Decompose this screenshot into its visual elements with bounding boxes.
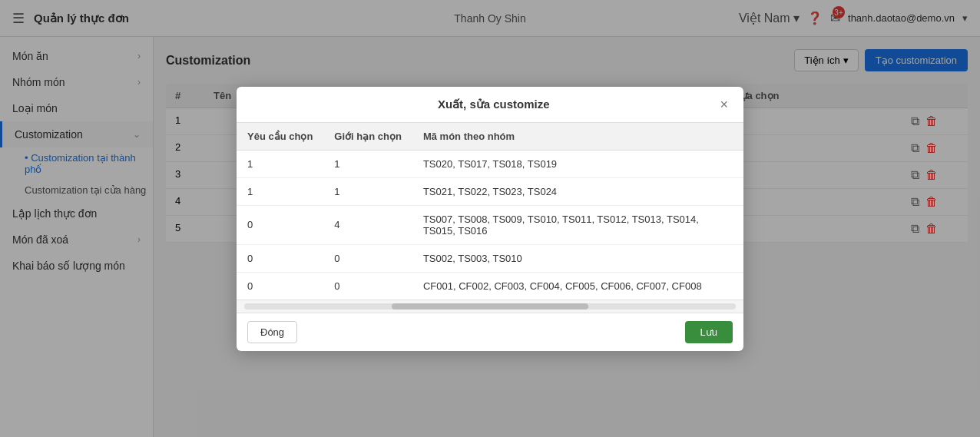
cell-ma-mon: TS002, TS003, TS010 bbox=[412, 244, 743, 272]
modal-table-row: 0 0 TS002, TS003, TS010 bbox=[237, 244, 743, 272]
cell-gioi-han: 0 bbox=[323, 272, 412, 300]
cell-yeu-cau: 0 bbox=[237, 272, 323, 300]
col-ma-mon: Mã món theo nhóm bbox=[412, 123, 743, 151]
modal-table-header-row: Yêu cầu chọn Giới hạn chọn Mã món theo n… bbox=[237, 123, 743, 151]
luu-button[interactable]: Lưu bbox=[685, 321, 733, 343]
modal-header: Xuất, sửa customize × bbox=[237, 87, 743, 123]
cell-ma-mon: TS021, TS022, TS023, TS024 bbox=[412, 177, 743, 205]
modal-table-row: 0 0 CF001, CF002, CF003, CF004, CF005, C… bbox=[237, 272, 743, 300]
modal-close-button[interactable]: × bbox=[720, 98, 728, 111]
modal-table-row: 0 4 TS007, TS008, TS009, TS010, TS011, T… bbox=[237, 205, 743, 244]
cell-gioi-han: 1 bbox=[323, 150, 412, 177]
cell-ma-mon: CF001, CF002, CF003, CF004, CF005, CF006… bbox=[412, 272, 743, 300]
col-gioi-han: Giới hạn chọn bbox=[323, 123, 412, 151]
modal-table-row: 1 1 TS021, TS022, TS023, TS024 bbox=[237, 177, 743, 205]
cell-yeu-cau: 1 bbox=[237, 177, 323, 205]
modal-scrollbar-track[interactable] bbox=[244, 303, 736, 310]
modal-footer: Đóng Lưu bbox=[237, 313, 743, 351]
cell-gioi-han: 0 bbox=[323, 244, 412, 272]
modal-table-row: 1 1 TS020, TS017, TS018, TS019 bbox=[237, 150, 743, 177]
cell-gioi-han: 4 bbox=[323, 205, 412, 244]
cell-ma-mon: TS020, TS017, TS018, TS019 bbox=[412, 150, 743, 177]
cell-yeu-cau: 0 bbox=[237, 205, 323, 244]
cell-yeu-cau: 1 bbox=[237, 150, 323, 177]
modal-scrollbar-thumb[interactable] bbox=[392, 303, 588, 310]
dong-button[interactable]: Đóng bbox=[247, 321, 297, 343]
modal-dialog: Xuất, sửa customize × Yêu cầu chọn Giới … bbox=[237, 87, 743, 351]
cell-yeu-cau: 0 bbox=[237, 244, 323, 272]
modal-title: Xuất, sửa customize bbox=[267, 98, 720, 111]
col-yeu-cau: Yêu cầu chọn bbox=[237, 123, 323, 151]
modal-table: Yêu cầu chọn Giới hạn chọn Mã món theo n… bbox=[237, 123, 743, 300]
cell-ma-mon: TS007, TS008, TS009, TS010, TS011, TS012… bbox=[412, 205, 743, 244]
modal-scrollbar-area bbox=[237, 300, 743, 313]
cell-gioi-han: 1 bbox=[323, 177, 412, 205]
modal-body: Yêu cầu chọn Giới hạn chọn Mã món theo n… bbox=[237, 123, 743, 300]
modal-overlay: Xuất, sửa customize × Yêu cầu chọn Giới … bbox=[0, 0, 980, 437]
